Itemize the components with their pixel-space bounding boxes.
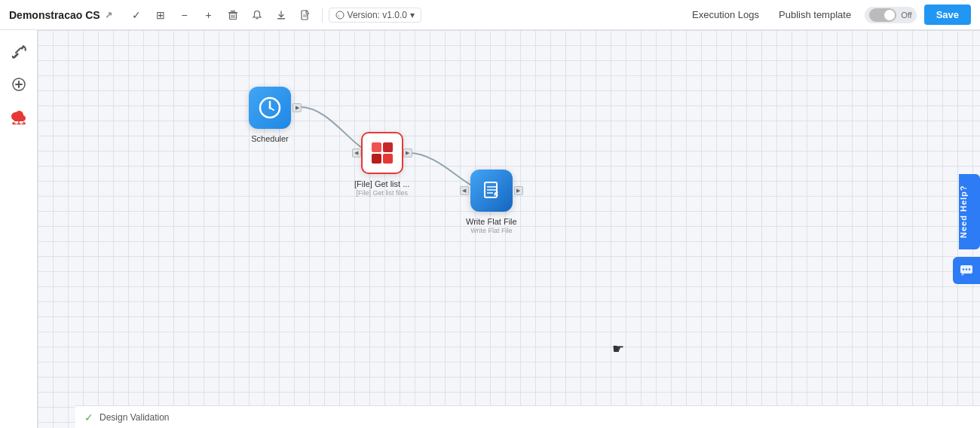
external-link-icon[interactable]: ↗ bbox=[105, 10, 112, 20]
azure-icon bbox=[372, 142, 393, 164]
sidebar-add-button[interactable] bbox=[5, 71, 32, 98]
scheduler-node[interactable]: ▶ Scheduler bbox=[249, 87, 291, 144]
header-right: Execution Logs Publish template Off Save bbox=[686, 5, 971, 25]
file-left-connector[interactable]: ◀ bbox=[352, 148, 361, 157]
svg-point-18 bbox=[269, 107, 271, 109]
header: Demonstracao CS ↗ ✓ ⊞ − + bbox=[0, 0, 980, 30]
write-right-connector[interactable]: ▶ bbox=[514, 186, 523, 195]
sidebar-aws-button[interactable] bbox=[5, 104, 32, 131]
write-label: Write Flat File bbox=[466, 216, 517, 227]
version-arrow: ▾ bbox=[410, 10, 415, 20]
left-sidebar bbox=[0, 30, 38, 428]
file-btn[interactable] bbox=[295, 5, 316, 26]
toggle-wrapper[interactable]: Off bbox=[865, 7, 916, 23]
save-icon-btn[interactable]: ✓ bbox=[126, 5, 147, 26]
svg-point-26 bbox=[966, 268, 967, 270]
chat-button[interactable] bbox=[953, 257, 980, 284]
cursor-icon: ☛ bbox=[612, 341, 624, 357]
toolbar-divider bbox=[322, 8, 323, 23]
file-right-connector[interactable]: ▶ bbox=[403, 148, 412, 157]
toolbar: ✓ ⊞ − + bbox=[126, 5, 681, 26]
svg-rect-1 bbox=[231, 11, 235, 12]
execution-logs-button[interactable]: Execution Logs bbox=[686, 6, 765, 23]
canvas-area[interactable]: ▶ Scheduler ◀ ▶ [File] Get list ... [Fil bbox=[38, 30, 980, 428]
write-file-icon bbox=[481, 180, 502, 201]
toggle-thumb bbox=[884, 10, 895, 20]
sidebar-tools-button[interactable] bbox=[5, 38, 32, 65]
clock-icon bbox=[259, 96, 281, 119]
svg-text:i: i bbox=[338, 13, 338, 17]
zoom-in-btn[interactable]: + bbox=[198, 5, 219, 26]
svg-rect-6 bbox=[277, 18, 285, 20]
toggle-track[interactable] bbox=[869, 8, 896, 22]
file-label: [File] Get list ... bbox=[354, 179, 409, 189]
write-sublabel: Write Flat File bbox=[470, 227, 512, 234]
grid-icon-btn[interactable]: ⊞ bbox=[150, 5, 171, 26]
right-panel: Need Help? bbox=[953, 174, 980, 284]
file-node[interactable]: ◀ ▶ [File] Get list ... [File] Get list … bbox=[354, 132, 409, 197]
page-title: Demonstracao CS ↗ bbox=[9, 9, 112, 21]
svg-point-27 bbox=[969, 268, 970, 270]
svg-point-25 bbox=[963, 268, 964, 270]
main-layout: ▶ Scheduler ◀ ▶ [File] Get list ... [Fil bbox=[0, 30, 980, 428]
publish-template-button[interactable]: Publish template bbox=[773, 6, 857, 23]
title-text: Demonstracao CS bbox=[9, 9, 100, 21]
version-badge[interactable]: i Version: v1.0.0 ▾ bbox=[329, 8, 421, 23]
version-text: Version: v1.0.0 bbox=[348, 10, 407, 20]
bell-btn[interactable] bbox=[247, 5, 268, 26]
chat-icon bbox=[959, 263, 974, 278]
delete-btn[interactable] bbox=[222, 5, 243, 26]
svg-point-10 bbox=[336, 11, 344, 19]
validation-check-icon: ✓ bbox=[84, 411, 93, 423]
toggle-label: Off bbox=[901, 11, 911, 20]
download-btn[interactable] bbox=[271, 5, 292, 26]
write-left-connector[interactable]: ◀ bbox=[460, 186, 469, 195]
save-button[interactable]: Save bbox=[924, 5, 971, 25]
write-flat-file-node[interactable]: ◀ ▶ Write Flat File Write Flat File bbox=[466, 170, 517, 234]
need-help-button[interactable]: Need Help? bbox=[959, 174, 980, 249]
scheduler-label: Scheduler bbox=[251, 133, 289, 144]
bottom-bar: ✓ Design Validation bbox=[75, 405, 980, 428]
validation-label: Design Validation bbox=[100, 412, 170, 423]
zoom-out-btn[interactable]: − bbox=[174, 5, 195, 26]
file-sublabel: [File] Get list files bbox=[356, 189, 408, 197]
scheduler-right-connector[interactable]: ▶ bbox=[292, 103, 302, 112]
